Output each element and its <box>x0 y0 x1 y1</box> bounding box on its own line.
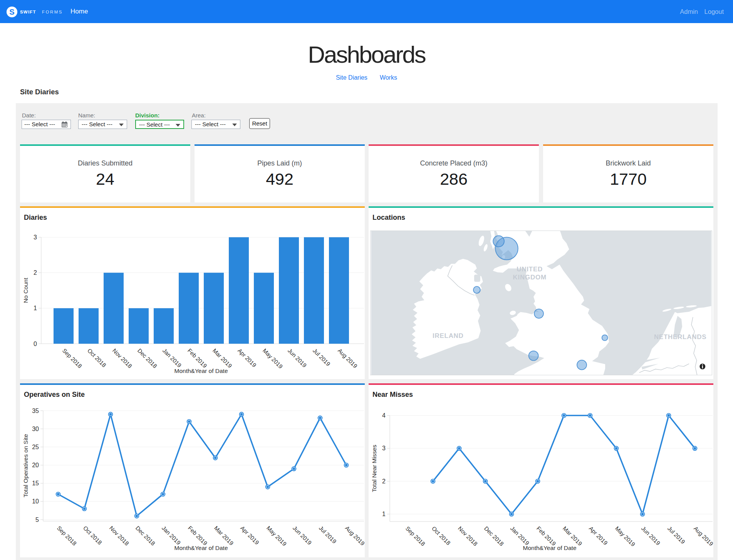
svg-text:Feb 2019: Feb 2019 <box>187 525 209 547</box>
svg-text:Oct 2018: Oct 2018 <box>431 525 452 546</box>
svg-text:Nov 2018: Nov 2018 <box>457 525 479 547</box>
svg-text:Dec 2018: Dec 2018 <box>483 525 505 547</box>
svg-text:Jul 2019: Jul 2019 <box>666 525 686 545</box>
svg-text:NETHERLANDS: NETHERLANDS <box>654 333 706 341</box>
svg-text:Mar 2019: Mar 2019 <box>211 347 233 369</box>
svg-text:Aug 2019: Aug 2019 <box>337 347 359 369</box>
svg-text:Feb 2019: Feb 2019 <box>535 525 557 547</box>
svg-text:4: 4 <box>382 412 386 419</box>
svg-text:5: 5 <box>35 517 39 523</box>
svg-text:30: 30 <box>32 426 39 432</box>
svg-text:20: 20 <box>32 462 39 468</box>
svg-text:Month&Year of Date: Month&Year of Date <box>174 368 228 374</box>
svg-text:No Count: No Count <box>22 277 29 303</box>
svg-text:Dec 2018: Dec 2018 <box>136 347 158 369</box>
svg-text:10: 10 <box>32 498 39 505</box>
svg-text:1: 1 <box>382 511 386 517</box>
svg-text:May 2019: May 2019 <box>614 525 637 548</box>
svg-text:35: 35 <box>32 408 39 414</box>
svg-text:0: 0 <box>34 341 37 347</box>
svg-text:KINGDOM: KINGDOM <box>513 274 547 281</box>
svg-text:May 2019: May 2019 <box>265 525 288 547</box>
svg-text:Feb 2019: Feb 2019 <box>186 347 208 369</box>
svg-text:15: 15 <box>32 480 39 486</box>
svg-text:Month&Year of Date: Month&Year of Date <box>523 545 576 551</box>
svg-text:Nov 2018: Nov 2018 <box>111 347 133 369</box>
svg-text:Jan 2019: Jan 2019 <box>509 525 531 547</box>
svg-text:Month&Year of Date: Month&Year of Date <box>174 545 228 551</box>
svg-text:Apr 2019: Apr 2019 <box>237 347 258 368</box>
svg-text:Oct 2018: Oct 2018 <box>82 525 103 546</box>
svg-text:Jul 2019: Jul 2019 <box>318 525 338 545</box>
svg-text:Apr 2019: Apr 2019 <box>239 525 260 546</box>
svg-text:May 2019: May 2019 <box>262 347 284 370</box>
svg-text:Dec 2018: Dec 2018 <box>134 525 156 547</box>
svg-text:UNITED: UNITED <box>517 266 543 273</box>
svg-text:Sep 2018: Sep 2018 <box>61 347 83 369</box>
svg-text:Jun 2019: Jun 2019 <box>640 525 662 547</box>
svg-text:Jun 2019: Jun 2019 <box>287 347 308 369</box>
svg-text:Total Operatives on Site: Total Operatives on Site <box>22 434 29 498</box>
svg-text:Sep 2018: Sep 2018 <box>56 525 78 547</box>
svg-text:Oct 2018: Oct 2018 <box>86 347 107 368</box>
svg-text:Apr 2019: Apr 2019 <box>588 525 609 546</box>
svg-text:1: 1 <box>34 305 37 311</box>
svg-text:IRELAND: IRELAND <box>433 332 464 339</box>
svg-text:Jun 2019: Jun 2019 <box>292 525 313 546</box>
svg-text:2: 2 <box>382 478 386 485</box>
svg-text:3: 3 <box>382 445 386 451</box>
svg-text:Jul 2019: Jul 2019 <box>312 347 332 367</box>
svg-text:3: 3 <box>34 234 37 241</box>
svg-text:Jan 2019: Jan 2019 <box>161 525 182 546</box>
svg-text:Nov 2018: Nov 2018 <box>108 525 130 547</box>
svg-text:Mar 2019: Mar 2019 <box>213 525 235 547</box>
svg-text:Aug 2019: Aug 2019 <box>344 525 365 547</box>
svg-text:Mar 2019: Mar 2019 <box>562 525 584 547</box>
svg-text:25: 25 <box>32 444 39 450</box>
svg-text:Total Near Misses: Total Near Misses <box>371 445 377 492</box>
svg-text:Aug 2019: Aug 2019 <box>693 525 713 547</box>
svg-text:2: 2 <box>34 269 37 276</box>
svg-text:Sep 2018: Sep 2018 <box>404 525 426 547</box>
svg-text:Jan 2019: Jan 2019 <box>161 347 183 369</box>
